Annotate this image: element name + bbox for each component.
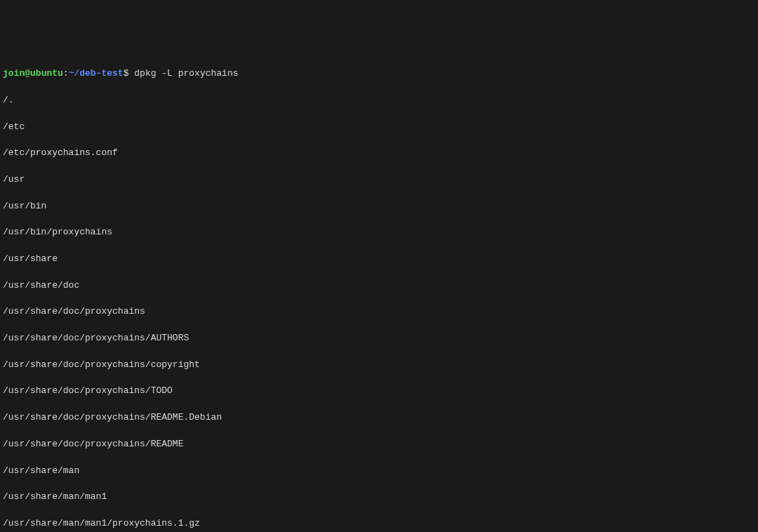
output-line: /usr/share/doc/proxychains/AUTHORS <box>3 332 755 345</box>
output-line: /usr/share/doc <box>3 279 755 293</box>
output-line: /usr/share/doc/proxychains/README.Debian <box>3 411 755 425</box>
output-line: /usr/share/doc/proxychains/TODO <box>3 385 755 398</box>
output-line: /etc/proxychains.conf <box>3 147 755 160</box>
output-line: /usr/share/doc/proxychains/copyright <box>3 359 755 372</box>
prompt-dollar: $ <box>124 68 129 79</box>
output-line: /etc <box>3 121 755 134</box>
output-line: /usr/share/doc/proxychains <box>3 305 755 319</box>
output-line: /usr/share <box>3 253 755 266</box>
prompt-path: ~/deb-test <box>69 68 124 79</box>
output-line: /usr/share/man <box>3 465 755 478</box>
output-line: /. <box>3 94 755 107</box>
output-line: /usr/share/man/man1 <box>3 491 755 504</box>
prompt-host: ubuntu <box>30 68 63 79</box>
output-line: /usr/bin <box>3 200 755 213</box>
output-line: /usr/share/doc/proxychains/README <box>3 438 755 451</box>
prompt-colon: : <box>63 68 69 79</box>
command-dpkg: dpkg -L proxychains <box>134 68 238 79</box>
prompt-line-1[interactable]: join@ubuntu:~/deb-test$ dpkg -L proxycha… <box>3 67 755 81</box>
output-line: /usr/share/man/man1/proxychains.1.gz <box>3 517 755 531</box>
terminal-output: join@ubuntu:~/deb-test$ dpkg -L proxycha… <box>3 54 755 532</box>
output-line: /usr/bin/proxychains <box>3 226 755 239</box>
prompt-user: join <box>3 68 25 79</box>
prompt-at: @ <box>25 68 30 79</box>
output-line: /usr <box>3 173 755 187</box>
